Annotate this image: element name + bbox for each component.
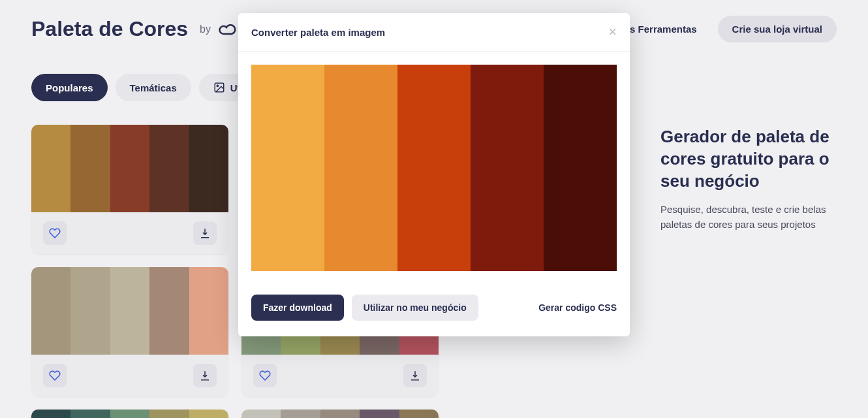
generate-css-button[interactable]: Gerar codigo CSS (538, 302, 617, 313)
modal: Converter paleta em imagem × Fazer downl… (238, 13, 630, 336)
modal-swatch (324, 65, 397, 271)
close-icon[interactable]: × (608, 25, 617, 39)
modal-swatch (397, 65, 471, 271)
modal-swatch (251, 65, 324, 271)
modal-swatch (544, 65, 617, 271)
modal-title: Converter paleta em imagem (251, 27, 385, 38)
modal-swatch (471, 65, 544, 271)
use-business-button[interactable]: Utilizar no meu negócio (352, 295, 478, 321)
download-button[interactable]: Fazer download (251, 295, 344, 321)
modal-overlay[interactable]: Converter paleta em imagem × Fazer downl… (0, 0, 868, 418)
modal-palette (251, 65, 617, 271)
